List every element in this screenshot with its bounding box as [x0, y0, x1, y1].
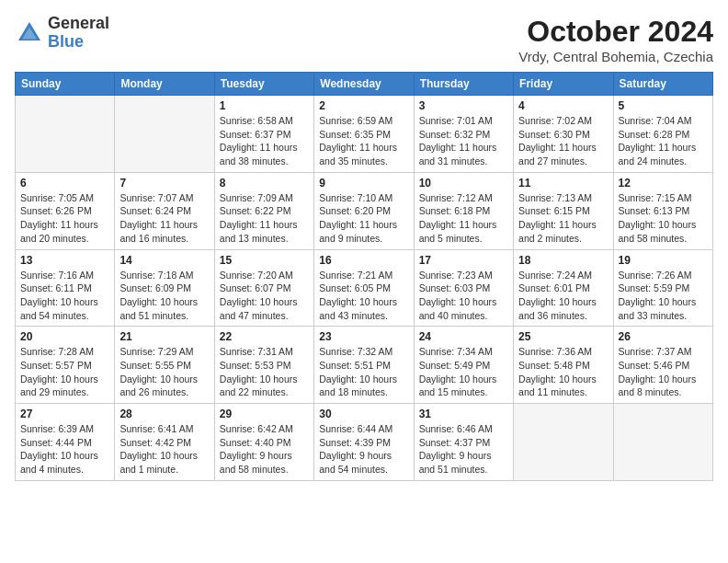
day-info: Sunrise: 7:36 AM Sunset: 5:48 PM Dayligh… — [518, 345, 608, 399]
calendar-cell: 23Sunrise: 7:32 AM Sunset: 5:51 PM Dayli… — [314, 327, 414, 404]
title-block: October 2024 Vrdy, Central Bohemia, Czec… — [518, 15, 713, 64]
day-number: 13 — [20, 254, 109, 267]
day-info: Sunrise: 7:07 AM Sunset: 6:24 PM Dayligh… — [119, 191, 209, 246]
day-number: 27 — [20, 408, 109, 420]
calendar-cell: 14Sunrise: 7:18 AM Sunset: 6:09 PM Dayli… — [115, 249, 214, 327]
day-number: 1 — [220, 99, 309, 112]
header-wednesday: Wednesday — [314, 73, 414, 96]
calendar-cell: 8Sunrise: 7:09 AM Sunset: 6:22 PM Daylig… — [214, 172, 313, 249]
calendar-cell: 31Sunrise: 6:46 AM Sunset: 4:37 PM Dayli… — [414, 404, 513, 481]
day-info: Sunrise: 7:15 AM Sunset: 6:13 PM Dayligh… — [619, 191, 708, 246]
day-info: Sunrise: 6:39 AM Sunset: 4:44 PM Dayligh… — [20, 422, 109, 477]
header-saturday: Saturday — [613, 73, 712, 96]
header-tuesday: Tuesday — [214, 73, 313, 96]
logo: General Blue — [15, 15, 109, 52]
day-info: Sunrise: 7:29 AM Sunset: 5:55 PM Dayligh… — [119, 345, 209, 399]
day-info: Sunrise: 7:05 AM Sunset: 6:26 PM Dayligh… — [20, 191, 109, 246]
calendar-cell: 22Sunrise: 7:31 AM Sunset: 5:53 PM Dayli… — [214, 327, 313, 404]
day-info: Sunrise: 7:23 AM Sunset: 6:03 PM Dayligh… — [419, 269, 508, 323]
calendar-cell: 18Sunrise: 7:24 AM Sunset: 6:01 PM Dayli… — [514, 249, 613, 327]
page-header: General Blue October 2024 Vrdy, Central … — [15, 15, 713, 64]
calendar-cell: 9Sunrise: 7:10 AM Sunset: 6:20 PM Daylig… — [314, 172, 414, 249]
logo-icon — [15, 18, 44, 48]
logo-blue: Blue — [48, 33, 109, 52]
day-info: Sunrise: 6:44 AM Sunset: 4:39 PM Dayligh… — [319, 422, 408, 477]
day-info: Sunrise: 6:46 AM Sunset: 4:37 PM Dayligh… — [419, 422, 508, 477]
day-number: 29 — [220, 408, 309, 420]
week-row-2: 13Sunrise: 7:16 AM Sunset: 6:11 PM Dayli… — [16, 249, 713, 327]
day-info: Sunrise: 7:24 AM Sunset: 6:01 PM Dayligh… — [518, 269, 608, 323]
calendar-cell: 13Sunrise: 7:16 AM Sunset: 6:11 PM Dayli… — [16, 249, 115, 327]
day-number: 12 — [619, 177, 708, 190]
day-number: 19 — [619, 254, 708, 267]
logo-text: General Blue — [48, 15, 109, 52]
calendar-cell: 20Sunrise: 7:28 AM Sunset: 5:57 PM Dayli… — [16, 327, 115, 404]
day-number: 15 — [220, 254, 309, 267]
header-sunday: Sunday — [16, 73, 115, 96]
day-number: 21 — [119, 330, 209, 343]
calendar-cell: 19Sunrise: 7:26 AM Sunset: 5:59 PM Dayli… — [613, 249, 712, 327]
day-number: 5 — [619, 99, 708, 112]
header-thursday: Thursday — [414, 73, 513, 96]
day-number: 18 — [518, 254, 608, 267]
calendar-cell: 15Sunrise: 7:20 AM Sunset: 6:07 PM Dayli… — [214, 249, 313, 327]
day-number: 14 — [119, 254, 209, 267]
week-row-0: 1Sunrise: 6:58 AM Sunset: 6:37 PM Daylig… — [16, 96, 713, 173]
location: Vrdy, Central Bohemia, Czechia — [518, 49, 713, 64]
calendar-cell: 2Sunrise: 6:59 AM Sunset: 6:35 PM Daylig… — [314, 96, 414, 173]
day-info: Sunrise: 7:18 AM Sunset: 6:09 PM Dayligh… — [119, 269, 209, 323]
day-number: 31 — [419, 408, 508, 420]
calendar-cell: 3Sunrise: 7:01 AM Sunset: 6:32 PM Daylig… — [414, 96, 513, 173]
day-number: 22 — [220, 330, 309, 343]
header-friday: Friday — [514, 73, 613, 96]
header-row: SundayMondayTuesdayWednesdayThursdayFrid… — [16, 73, 713, 96]
day-info: Sunrise: 7:26 AM Sunset: 5:59 PM Dayligh… — [619, 269, 708, 323]
day-number: 6 — [20, 177, 109, 190]
day-info: Sunrise: 7:04 AM Sunset: 6:28 PM Dayligh… — [619, 114, 708, 168]
day-info: Sunrise: 6:42 AM Sunset: 4:40 PM Dayligh… — [220, 422, 309, 477]
calendar-cell: 5Sunrise: 7:04 AM Sunset: 6:28 PM Daylig… — [613, 96, 712, 173]
day-number: 23 — [319, 330, 408, 343]
calendar: SundayMondayTuesdayWednesdayThursdayFrid… — [15, 72, 713, 481]
day-info: Sunrise: 6:58 AM Sunset: 6:37 PM Dayligh… — [220, 114, 309, 168]
week-row-1: 6Sunrise: 7:05 AM Sunset: 6:26 PM Daylig… — [16, 172, 713, 249]
day-number: 2 — [319, 99, 408, 112]
day-info: Sunrise: 7:34 AM Sunset: 5:49 PM Dayligh… — [419, 345, 508, 399]
calendar-cell: 28Sunrise: 6:41 AM Sunset: 4:42 PM Dayli… — [115, 404, 214, 481]
calendar-cell: 24Sunrise: 7:34 AM Sunset: 5:49 PM Dayli… — [414, 327, 513, 404]
calendar-cell: 26Sunrise: 7:37 AM Sunset: 5:46 PM Dayli… — [613, 327, 712, 404]
day-number: 25 — [518, 330, 608, 343]
day-number: 26 — [619, 330, 708, 343]
calendar-cell — [16, 96, 115, 173]
calendar-cell: 4Sunrise: 7:02 AM Sunset: 6:30 PM Daylig… — [514, 96, 613, 173]
week-row-4: 27Sunrise: 6:39 AM Sunset: 4:44 PM Dayli… — [16, 404, 713, 481]
day-number: 8 — [220, 177, 309, 190]
day-number: 24 — [419, 330, 508, 343]
day-info: Sunrise: 7:21 AM Sunset: 6:05 PM Dayligh… — [319, 269, 408, 323]
week-row-3: 20Sunrise: 7:28 AM Sunset: 5:57 PM Dayli… — [16, 327, 713, 404]
logo-general: General — [48, 15, 109, 33]
day-number: 3 — [419, 99, 508, 112]
calendar-cell: 29Sunrise: 6:42 AM Sunset: 4:40 PM Dayli… — [214, 404, 313, 481]
calendar-cell — [514, 404, 613, 481]
header-monday: Monday — [115, 73, 214, 96]
calendar-cell: 30Sunrise: 6:44 AM Sunset: 4:39 PM Dayli… — [314, 404, 414, 481]
calendar-cell: 16Sunrise: 7:21 AM Sunset: 6:05 PM Dayli… — [314, 249, 414, 327]
day-number: 10 — [419, 177, 508, 190]
calendar-cell: 27Sunrise: 6:39 AM Sunset: 4:44 PM Dayli… — [16, 404, 115, 481]
calendar-cell: 1Sunrise: 6:58 AM Sunset: 6:37 PM Daylig… — [214, 96, 313, 173]
day-number: 11 — [518, 177, 608, 190]
day-info: Sunrise: 6:59 AM Sunset: 6:35 PM Dayligh… — [319, 114, 408, 168]
calendar-cell: 12Sunrise: 7:15 AM Sunset: 6:13 PM Dayli… — [613, 172, 712, 249]
day-info: Sunrise: 7:20 AM Sunset: 6:07 PM Dayligh… — [220, 269, 309, 323]
day-number: 28 — [119, 408, 209, 420]
day-number: 17 — [419, 254, 508, 267]
calendar-cell — [613, 404, 712, 481]
day-info: Sunrise: 7:37 AM Sunset: 5:46 PM Dayligh… — [619, 345, 708, 399]
day-number: 20 — [20, 330, 109, 343]
calendar-cell: 6Sunrise: 7:05 AM Sunset: 6:26 PM Daylig… — [16, 172, 115, 249]
day-number: 4 — [518, 99, 608, 112]
day-info: Sunrise: 7:13 AM Sunset: 6:15 PM Dayligh… — [518, 191, 608, 246]
day-info: Sunrise: 6:41 AM Sunset: 4:42 PM Dayligh… — [119, 422, 209, 477]
calendar-cell — [115, 96, 214, 173]
